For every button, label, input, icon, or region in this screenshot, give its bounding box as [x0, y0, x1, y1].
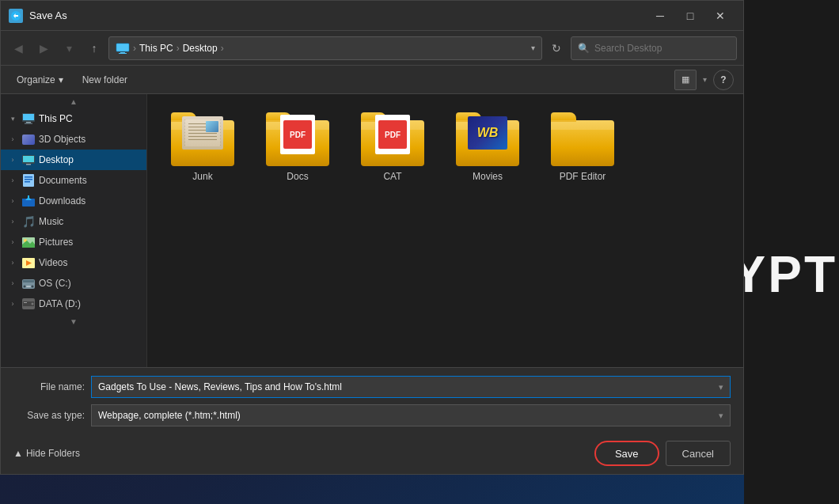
view-dropdown-icon[interactable]: ▾ [703, 75, 707, 84]
sidebar-item-3d-objects[interactable]: › 3D Objects [1, 129, 146, 150]
save-type-input[interactable] [98, 410, 719, 421]
recent-locations-button[interactable]: ▾ [58, 37, 80, 59]
folder-junk[interactable]: Junk [163, 110, 242, 187]
refresh-button[interactable]: ↻ [545, 37, 568, 59]
docs-pdf-icon: PDF [283, 120, 312, 149]
back-button[interactable]: ◀ [7, 37, 29, 59]
folder-docs-name: Docs [287, 171, 308, 182]
svg-rect-5 [23, 114, 34, 120]
svg-rect-10 [26, 164, 31, 165]
search-box[interactable]: 🔍 [571, 36, 737, 60]
folder-pdf-editor-icon [551, 115, 614, 166]
svg-rect-7 [25, 123, 32, 124]
desktop-crumb: Desktop [183, 43, 218, 54]
desktop-label: Desktop [39, 154, 74, 165]
videos-label: Videos [39, 257, 67, 268]
sidebar-item-os-c[interactable]: › OS (C:) [1, 273, 146, 294]
search-input[interactable] [594, 43, 730, 54]
bottom-form: File name: ▾ Save as type: ▾ [1, 367, 743, 434]
expand-arrow-pictures: › [7, 237, 18, 248]
file-name-dropdown-icon[interactable]: ▾ [719, 382, 723, 392]
save-type-label: Save as type: [13, 410, 85, 421]
3d-icon [21, 132, 36, 146]
file-area: Junk PDF Docs [147, 94, 743, 367]
movies-overlay: WB [468, 116, 507, 150]
file-name-field-wrap[interactable]: ▾ [91, 376, 731, 398]
new-folder-label: New folder [82, 74, 127, 85]
forward-button[interactable]: ▶ [32, 37, 55, 59]
file-name-label: File name: [13, 381, 85, 392]
hide-folders-button[interactable]: ▲ Hide Folders [13, 448, 80, 459]
new-folder-button[interactable]: New folder [76, 70, 134, 90]
address-bar[interactable]: › This PC › Desktop › ▾ [108, 36, 542, 60]
desktop-icon [21, 153, 36, 167]
svg-rect-18 [28, 195, 29, 199]
sidebar-item-desktop[interactable]: › Desktop [1, 150, 146, 170]
computer-icon [116, 43, 130, 54]
cancel-button[interactable]: Cancel [666, 441, 731, 466]
expand-arrow-docs: › [7, 175, 18, 186]
sidebar-item-documents[interactable]: › Documents [1, 170, 146, 191]
junk-overlay [182, 116, 223, 150]
breadcrumb: › This PC › Desktop › [116, 43, 526, 54]
sidebar-item-videos[interactable]: › Videos [1, 252, 146, 273]
drive-d-icon [21, 297, 36, 311]
help-button[interactable]: ? [713, 70, 734, 90]
svg-rect-25 [23, 280, 34, 282]
expand-arrow-os: › [7, 278, 18, 289]
svg-rect-11 [23, 174, 34, 187]
expand-arrow-this-pc: ▾ [7, 113, 18, 124]
file-name-row: File name: ▾ [13, 376, 731, 398]
videos-icon [21, 256, 36, 270]
save-button[interactable]: Save [594, 441, 659, 466]
folder-pdf-editor[interactable]: PDF Editor [543, 110, 622, 187]
sep1: › [133, 43, 136, 54]
window-controls: ─ □ ✕ [645, 1, 735, 31]
up-button[interactable]: ↑ [83, 37, 105, 59]
expand-arrow-data: › [7, 298, 18, 309]
navigation-toolbar: ◀ ▶ ▾ ↑ › This PC › Desktop › ▾ ↻ 🔍 [1, 31, 743, 66]
folder-movies[interactable]: WB Movies [448, 110, 527, 187]
documents-icon [21, 173, 36, 188]
svg-rect-6 [26, 122, 31, 123]
view-toggle-button[interactable]: ▦ [674, 70, 697, 90]
data-d-label: DATA (D:) [39, 298, 81, 309]
search-icon: 🔍 [578, 43, 590, 54]
sidebar: ▲ ▾ This PC › [1, 94, 147, 367]
pc-icon [21, 112, 36, 126]
expand-arrow-music: › [7, 216, 18, 227]
close-button[interactable]: ✕ [705, 1, 735, 31]
save-type-dropdown-icon[interactable]: ▾ [719, 411, 723, 421]
save-type-field-wrap[interactable]: ▾ [91, 404, 731, 426]
content-area: ▲ ▾ This PC › [1, 94, 743, 367]
sidebar-item-this-pc[interactable]: ▾ This PC [1, 108, 146, 129]
action-bar: Organize ▾ New folder ▦ ▾ ? [1, 66, 743, 94]
scroll-down-button[interactable]: ▼ [1, 314, 146, 328]
sidebar-item-downloads[interactable]: › Downloads [1, 191, 146, 211]
organize-arrow-icon: ▾ [59, 74, 63, 85]
os-c-label: OS (C:) [39, 278, 71, 289]
maximize-button[interactable]: □ [675, 1, 705, 31]
organize-button[interactable]: Organize ▾ [10, 70, 70, 90]
title-bar: Save As ─ □ ✕ [1, 1, 743, 31]
buttons-row: ▲ Hide Folders Save Cancel [1, 434, 743, 474]
sidebar-item-pictures[interactable]: › Pictures [1, 232, 146, 252]
3d-objects-label: 3D Objects [39, 134, 85, 145]
scroll-up-button[interactable]: ▲ [1, 94, 146, 108]
folder-docs-icon: PDF [266, 115, 329, 166]
folder-cat[interactable]: PDF CAT [353, 110, 432, 187]
address-dropdown-icon[interactable]: ▾ [531, 44, 535, 52]
dialog-buttons: Save Cancel [594, 441, 731, 466]
svg-rect-14 [25, 181, 30, 183]
folder-docs[interactable]: PDF Docs [258, 110, 337, 187]
file-name-input[interactable] [98, 381, 719, 392]
downloads-icon [21, 194, 36, 208]
svg-rect-3 [119, 53, 127, 54]
music-label: Music [39, 216, 63, 227]
svg-rect-9 [23, 156, 34, 162]
folder-movies-name: Movies [473, 171, 503, 182]
hide-folders-arrow-icon: ▲ [13, 448, 23, 459]
minimize-button[interactable]: ─ [645, 1, 675, 31]
sidebar-item-music[interactable]: › 🎵 Music [1, 211, 146, 232]
sidebar-item-data-d[interactable]: › DATA (D:) [1, 294, 146, 314]
